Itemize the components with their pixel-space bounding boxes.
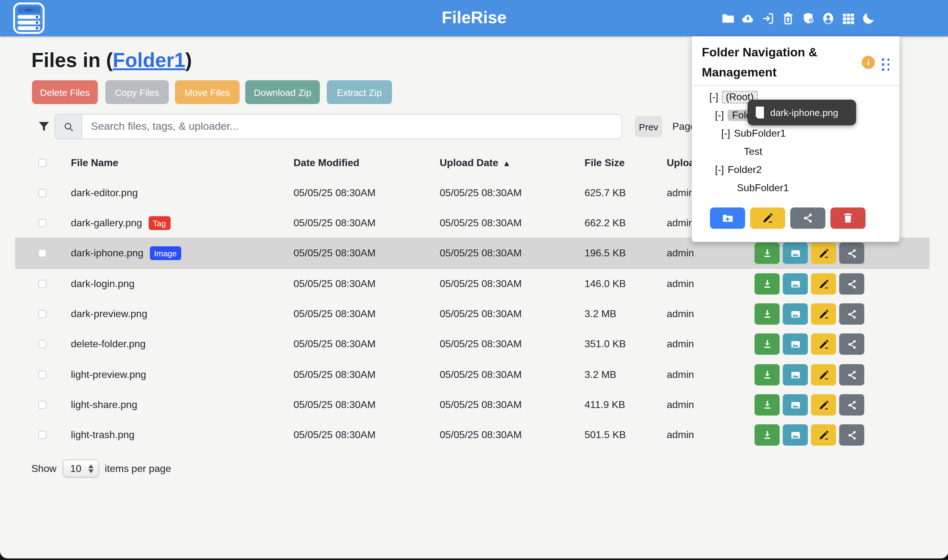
preview-image-button[interactable] bbox=[783, 394, 808, 415]
delete-folder-button[interactable] bbox=[831, 208, 866, 229]
file-icon bbox=[755, 106, 765, 118]
rename-button[interactable] bbox=[811, 394, 836, 415]
table-row[interactable]: light-trash.png 05/05/25 08:30AM 05/05/2… bbox=[0, 420, 948, 450]
column-date-modified[interactable]: Date Modified bbox=[293, 153, 359, 173]
profile-icon[interactable] bbox=[821, 11, 835, 25]
table-row[interactable]: dark-login.png 05/05/25 08:30AM 05/05/25… bbox=[0, 269, 948, 299]
tree-toggle[interactable]: [-] bbox=[715, 110, 724, 121]
tree-item-test[interactable]: Test bbox=[744, 143, 762, 160]
sort-ascending-icon: ▲ bbox=[503, 158, 511, 168]
panel-divider bbox=[692, 85, 899, 86]
select-all-checkbox[interactable] bbox=[38, 159, 46, 167]
delete-files-button[interactable]: Delete Files bbox=[32, 80, 98, 104]
drag-handle-icon[interactable] bbox=[882, 58, 890, 71]
folder-icon[interactable] bbox=[721, 11, 735, 25]
share-button[interactable] bbox=[839, 334, 864, 355]
rename-button[interactable] bbox=[811, 273, 836, 295]
preview-image-button[interactable] bbox=[783, 364, 808, 385]
tree-label[interactable]: Folder2 bbox=[728, 164, 762, 175]
search-bar bbox=[55, 114, 622, 139]
rename-button[interactable] bbox=[811, 243, 836, 264]
items-per-page-value: 10 bbox=[70, 463, 82, 474]
share-button[interactable] bbox=[839, 273, 864, 295]
tree-item-subfolder1-2[interactable]: SubFolder1 bbox=[737, 179, 789, 197]
download-button[interactable] bbox=[755, 273, 780, 295]
rename-button[interactable] bbox=[811, 303, 836, 325]
share-button[interactable] bbox=[839, 303, 864, 325]
items-per-page-label: items per page bbox=[105, 459, 171, 478]
info-icon[interactable] bbox=[862, 56, 875, 69]
download-button[interactable] bbox=[755, 243, 780, 264]
header-icon-bar bbox=[721, 0, 876, 36]
filerise-app: FileRise Files in (Folder1) Delete Files… bbox=[0, 0, 948, 558]
sign-in-icon[interactable] bbox=[761, 11, 775, 25]
search-icon[interactable] bbox=[55, 114, 82, 139]
download-button[interactable] bbox=[755, 334, 780, 355]
folder-navigation-panel: Folder Navigation & Management [-] (Root… bbox=[692, 36, 899, 242]
rename-folder-button[interactable] bbox=[750, 208, 785, 229]
table-row[interactable]: dark-preview.png 05/05/25 08:30AM 05/05/… bbox=[0, 299, 948, 329]
show-label: Show bbox=[31, 459, 57, 478]
rename-button[interactable] bbox=[811, 364, 836, 385]
panel-title: Folder Navigation & Management bbox=[702, 42, 852, 82]
preview-image-button[interactable] bbox=[783, 424, 808, 446]
share-button[interactable] bbox=[839, 243, 864, 264]
preview-image-button[interactable] bbox=[783, 303, 808, 325]
tree-toggle[interactable]: [-] bbox=[715, 164, 724, 175]
download-button[interactable] bbox=[755, 364, 780, 385]
table-row[interactable]: delete-folder.png 05/05/25 08:30AM 05/05… bbox=[0, 329, 948, 359]
drag-tooltip-label: dark-iphone.png bbox=[770, 107, 838, 118]
column-file-size[interactable]: File Size bbox=[584, 153, 625, 173]
upload-icon[interactable] bbox=[741, 11, 755, 25]
share-button[interactable] bbox=[839, 424, 864, 446]
column-file-name[interactable]: File Name bbox=[71, 153, 118, 173]
dark-mode-icon[interactable] bbox=[861, 11, 876, 25]
tree-label[interactable]: SubFolder1 bbox=[737, 182, 789, 194]
page-title: Files in (Folder1) bbox=[31, 49, 192, 72]
folder-link[interactable]: Folder1 bbox=[113, 49, 185, 71]
tree-toggle[interactable]: [-] bbox=[709, 91, 718, 103]
extract-zip-button[interactable]: Extract Zip bbox=[327, 80, 392, 104]
tree-toggle[interactable]: [-] bbox=[721, 128, 730, 139]
spinner-arrows-icon[interactable] bbox=[88, 464, 94, 473]
admin-shield-icon[interactable] bbox=[801, 11, 815, 25]
drag-tooltip: dark-iphone.png bbox=[748, 100, 856, 125]
share-folder-button[interactable] bbox=[790, 208, 825, 229]
trash-restore-icon[interactable] bbox=[781, 11, 795, 25]
tree-item-subfolder1[interactable]: [-] SubFolder1 bbox=[721, 125, 786, 142]
rename-button[interactable] bbox=[811, 334, 836, 355]
tree-label[interactable]: Test bbox=[744, 146, 762, 157]
create-folder-button[interactable] bbox=[710, 208, 745, 229]
download-button[interactable] bbox=[755, 303, 780, 325]
share-button[interactable] bbox=[839, 394, 864, 415]
app-header: FileRise bbox=[0, 0, 948, 36]
table-row[interactable]: light-share.png 05/05/25 08:30AM 05/05/2… bbox=[0, 390, 948, 420]
tree-label[interactable]: SubFolder1 bbox=[734, 128, 786, 139]
preview-image-button[interactable] bbox=[783, 243, 808, 264]
column-upload-date[interactable]: Upload Date▲ bbox=[440, 153, 510, 173]
apps-grid-icon[interactable] bbox=[841, 11, 856, 25]
download-button[interactable] bbox=[755, 424, 780, 446]
copy-files-button[interactable]: Copy Files bbox=[105, 80, 169, 104]
preview-image-button[interactable] bbox=[783, 334, 808, 355]
table-row-selected[interactable]: dark-iphone.pngImage 05/05/25 08:30AM 05… bbox=[0, 238, 948, 268]
search-input[interactable] bbox=[82, 114, 622, 139]
items-per-page-select[interactable]: 10 bbox=[63, 459, 99, 478]
prev-page-button[interactable]: Prev bbox=[635, 116, 662, 137]
rename-button[interactable] bbox=[811, 424, 836, 446]
download-button[interactable] bbox=[755, 394, 780, 415]
preview-image-button[interactable] bbox=[783, 273, 808, 295]
move-files-button[interactable]: Move Files bbox=[175, 80, 240, 104]
filter-icon[interactable] bbox=[37, 120, 51, 134]
tree-item-folder2[interactable]: [-] Folder2 bbox=[715, 161, 762, 178]
table-row[interactable]: light-preview.png 05/05/25 08:30AM 05/05… bbox=[0, 360, 948, 390]
share-button[interactable] bbox=[839, 364, 864, 385]
download-zip-button[interactable]: Download Zip bbox=[245, 80, 320, 104]
